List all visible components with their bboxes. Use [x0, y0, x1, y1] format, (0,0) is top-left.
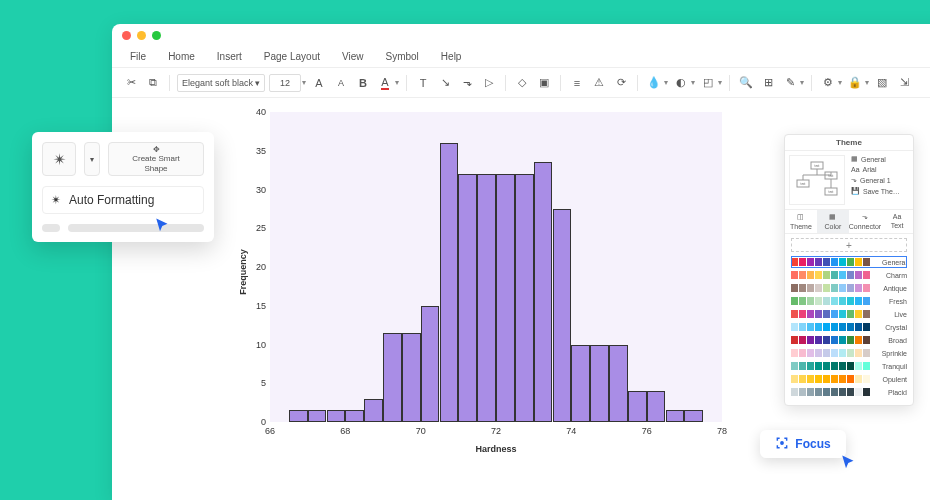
theme-connector[interactable]: ⬎General 1	[851, 176, 911, 184]
bold-icon[interactable]: B	[354, 74, 372, 92]
create-smart-shape-button[interactable]: ✥ Create Smart Shape	[108, 142, 204, 176]
settings-icon[interactable]: ⚙	[819, 74, 837, 92]
color-swatch	[791, 349, 798, 357]
lock-icon[interactable]: 🔒	[846, 74, 864, 92]
menu-insert[interactable]: Insert	[217, 51, 242, 62]
palette-row[interactable]: Antique	[791, 282, 907, 294]
maximize-icon[interactable]	[152, 31, 161, 40]
close-icon[interactable]	[122, 31, 131, 40]
color-swatch	[847, 297, 854, 305]
color-swatch	[847, 362, 854, 370]
tab-color[interactable]: ▦Color	[817, 210, 849, 233]
color-swatch	[815, 258, 822, 266]
color-swatch	[815, 375, 822, 383]
align-icon[interactable]: ≡	[568, 74, 586, 92]
table-icon[interactable]: ⊞	[759, 74, 777, 92]
font-select[interactable]: Elegant soft black▾	[177, 74, 265, 92]
palette-name: Crystal	[885, 324, 907, 331]
theme-font[interactable]: AaArial	[851, 166, 911, 173]
add-palette-button[interactable]: +	[791, 238, 907, 252]
export-icon[interactable]: ⇲	[895, 74, 913, 92]
menu-page-layout[interactable]: Page Layout	[264, 51, 320, 62]
color-swatch	[799, 362, 806, 370]
color-swatch	[863, 284, 870, 292]
pen-icon[interactable]: ✎	[781, 74, 799, 92]
histogram-bar	[345, 410, 364, 422]
color-swatch	[831, 388, 838, 396]
svg-text:text: text	[829, 190, 834, 194]
connector-tool-icon[interactable]: ⬎	[458, 74, 476, 92]
tab-theme[interactable]: ◫Theme	[785, 210, 817, 233]
color-swatch	[863, 375, 870, 383]
theme-save[interactable]: 💾Save The…	[851, 187, 911, 195]
color-swatch	[831, 349, 838, 357]
tab-text[interactable]: AaText	[881, 210, 913, 233]
palette-row[interactable]: Opulent	[791, 373, 907, 385]
auto-formatting-row[interactable]: ✴ Auto Formatting	[42, 186, 204, 214]
color-swatch	[855, 336, 862, 344]
auto-formatting-slider[interactable]	[42, 224, 204, 232]
palette-row[interactable]: Placid	[791, 386, 907, 398]
tab-connector[interactable]: ⬎Connector	[849, 210, 881, 233]
font-decrease-icon[interactable]: A	[332, 74, 350, 92]
cut-icon[interactable]: ✂	[122, 74, 140, 92]
palette-row[interactable]: Crystal	[791, 321, 907, 333]
palette-row[interactable]: General	[791, 256, 907, 268]
histogram-bar	[289, 410, 308, 422]
menu-file[interactable]: File	[130, 51, 146, 62]
font-increase-icon[interactable]: A	[310, 74, 328, 92]
palette-row[interactable]: Live	[791, 308, 907, 320]
sparkle-dropdown[interactable]: ▾	[84, 142, 100, 176]
color-swatch	[791, 375, 798, 383]
x-tick: 70	[416, 426, 426, 436]
color-swatch	[863, 297, 870, 305]
menu-help[interactable]: Help	[441, 51, 462, 62]
connector-tab-icon: ⬎	[862, 213, 868, 221]
color-swatch	[807, 388, 814, 396]
color-swatch	[807, 297, 814, 305]
palette-row[interactable]: Tranquil	[791, 360, 907, 372]
palette-row[interactable]: Charm	[791, 269, 907, 281]
color-swatch	[831, 284, 838, 292]
palette-row[interactable]: Sprinkle	[791, 347, 907, 359]
color-swatch	[791, 310, 798, 318]
font-size-select[interactable]: 12	[269, 74, 301, 92]
color-swatch	[855, 258, 862, 266]
cursor-icon	[154, 217, 172, 235]
color-swatch	[855, 310, 862, 318]
menu-symbol[interactable]: Symbol	[386, 51, 419, 62]
color-icon: ▦	[829, 213, 836, 221]
color-swatch	[815, 362, 822, 370]
menu-view[interactable]: View	[342, 51, 364, 62]
color-swatch	[863, 271, 870, 279]
shadow-icon[interactable]: ◐	[672, 74, 690, 92]
bars	[270, 112, 722, 422]
text-tool-icon[interactable]: T	[414, 74, 432, 92]
histogram-bar	[308, 410, 327, 422]
color-swatch	[799, 349, 806, 357]
menubar: File Home Insert Page Layout View Symbol…	[112, 46, 930, 68]
pointer-tool-icon[interactable]: ▷	[480, 74, 498, 92]
focus-button[interactable]: Focus	[760, 430, 846, 458]
font-color-icon[interactable]: A	[376, 74, 394, 92]
theme-preview[interactable]: texttexttexttext	[789, 155, 845, 205]
minimize-icon[interactable]	[137, 31, 146, 40]
crop-icon[interactable]: ◰	[699, 74, 717, 92]
color-swatch	[839, 362, 846, 370]
sparkle-button[interactable]: ✴	[42, 142, 76, 176]
palette-row[interactable]: Fresh	[791, 295, 907, 307]
group-icon[interactable]: ▣	[535, 74, 553, 92]
rotate-icon[interactable]: ⟳	[612, 74, 630, 92]
menu-home[interactable]: Home	[168, 51, 195, 62]
theme-general[interactable]: ▦General	[851, 155, 911, 163]
line-tool-icon[interactable]: ↘	[436, 74, 454, 92]
fill-icon[interactable]: 💧	[645, 74, 663, 92]
palette-list: GeneralCharmAntiqueFreshLiveCrystalBroad…	[785, 256, 913, 405]
copy-icon[interactable]: ⧉	[144, 74, 162, 92]
search-icon[interactable]: 🔍	[737, 74, 755, 92]
layers-icon[interactable]: ◇	[513, 74, 531, 92]
image-icon[interactable]: ▧	[873, 74, 891, 92]
palette-row[interactable]: Broad	[791, 334, 907, 346]
histogram-bar	[590, 345, 609, 423]
distribute-icon[interactable]: ⚠	[590, 74, 608, 92]
